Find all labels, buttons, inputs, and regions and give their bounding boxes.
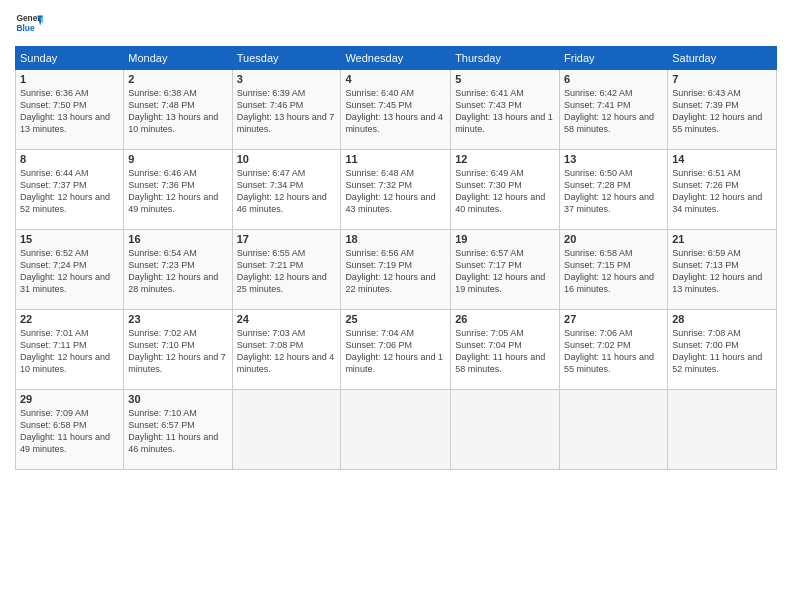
page: General Blue SundayMondayTuesdayWednesda… [0, 0, 792, 480]
day-info: Sunrise: 6:39 AM Sunset: 7:46 PM Dayligh… [237, 87, 337, 136]
calendar-cell: 10Sunrise: 6:47 AM Sunset: 7:34 PM Dayli… [232, 150, 341, 230]
calendar-week-row: 8Sunrise: 6:44 AM Sunset: 7:37 PM Daylig… [16, 150, 777, 230]
calendar-cell: 5Sunrise: 6:41 AM Sunset: 7:43 PM Daylig… [451, 70, 560, 150]
day-number: 27 [564, 313, 663, 325]
day-info: Sunrise: 6:56 AM Sunset: 7:19 PM Dayligh… [345, 247, 446, 296]
day-number: 9 [128, 153, 227, 165]
calendar-cell: 27Sunrise: 7:06 AM Sunset: 7:02 PM Dayli… [560, 310, 668, 390]
day-number: 2 [128, 73, 227, 85]
day-number: 1 [20, 73, 119, 85]
calendar-cell: 24Sunrise: 7:03 AM Sunset: 7:08 PM Dayli… [232, 310, 341, 390]
day-info: Sunrise: 7:02 AM Sunset: 7:10 PM Dayligh… [128, 327, 227, 376]
day-number: 13 [564, 153, 663, 165]
day-number: 8 [20, 153, 119, 165]
day-info: Sunrise: 6:51 AM Sunset: 7:26 PM Dayligh… [672, 167, 772, 216]
calendar-cell: 15Sunrise: 6:52 AM Sunset: 7:24 PM Dayli… [16, 230, 124, 310]
calendar-cell: 28Sunrise: 7:08 AM Sunset: 7:00 PM Dayli… [668, 310, 777, 390]
calendar-week-row: 22Sunrise: 7:01 AM Sunset: 7:11 PM Dayli… [16, 310, 777, 390]
day-info: Sunrise: 6:42 AM Sunset: 7:41 PM Dayligh… [564, 87, 663, 136]
calendar-cell: 8Sunrise: 6:44 AM Sunset: 7:37 PM Daylig… [16, 150, 124, 230]
calendar-cell: 13Sunrise: 6:50 AM Sunset: 7:28 PM Dayli… [560, 150, 668, 230]
calendar-cell: 2Sunrise: 6:38 AM Sunset: 7:48 PM Daylig… [124, 70, 232, 150]
calendar-cell: 18Sunrise: 6:56 AM Sunset: 7:19 PM Dayli… [341, 230, 451, 310]
day-number: 5 [455, 73, 555, 85]
day-info: Sunrise: 6:52 AM Sunset: 7:24 PM Dayligh… [20, 247, 119, 296]
calendar-cell: 1Sunrise: 6:36 AM Sunset: 7:50 PM Daylig… [16, 70, 124, 150]
day-number: 12 [455, 153, 555, 165]
calendar-cell: 9Sunrise: 6:46 AM Sunset: 7:36 PM Daylig… [124, 150, 232, 230]
day-number: 19 [455, 233, 555, 245]
calendar-cell [668, 390, 777, 470]
calendar-cell: 29Sunrise: 7:09 AM Sunset: 6:58 PM Dayli… [16, 390, 124, 470]
day-number: 24 [237, 313, 337, 325]
day-number: 11 [345, 153, 446, 165]
weekday-header: Tuesday [232, 47, 341, 70]
calendar-cell [451, 390, 560, 470]
day-number: 29 [20, 393, 119, 405]
weekday-header: Thursday [451, 47, 560, 70]
calendar-table: SundayMondayTuesdayWednesdayThursdayFrid… [15, 46, 777, 470]
weekday-header-row: SundayMondayTuesdayWednesdayThursdayFrid… [16, 47, 777, 70]
day-info: Sunrise: 6:44 AM Sunset: 7:37 PM Dayligh… [20, 167, 119, 216]
day-info: Sunrise: 6:40 AM Sunset: 7:45 PM Dayligh… [345, 87, 446, 136]
day-info: Sunrise: 6:54 AM Sunset: 7:23 PM Dayligh… [128, 247, 227, 296]
day-number: 28 [672, 313, 772, 325]
day-number: 6 [564, 73, 663, 85]
day-number: 10 [237, 153, 337, 165]
day-info: Sunrise: 7:08 AM Sunset: 7:00 PM Dayligh… [672, 327, 772, 376]
calendar-cell: 4Sunrise: 6:40 AM Sunset: 7:45 PM Daylig… [341, 70, 451, 150]
calendar-cell [341, 390, 451, 470]
day-number: 14 [672, 153, 772, 165]
calendar-cell: 16Sunrise: 6:54 AM Sunset: 7:23 PM Dayli… [124, 230, 232, 310]
day-info: Sunrise: 6:57 AM Sunset: 7:17 PM Dayligh… [455, 247, 555, 296]
svg-text:Blue: Blue [16, 23, 34, 33]
calendar-cell: 3Sunrise: 6:39 AM Sunset: 7:46 PM Daylig… [232, 70, 341, 150]
calendar-week-row: 29Sunrise: 7:09 AM Sunset: 6:58 PM Dayli… [16, 390, 777, 470]
day-info: Sunrise: 7:10 AM Sunset: 6:57 PM Dayligh… [128, 407, 227, 456]
day-info: Sunrise: 6:55 AM Sunset: 7:21 PM Dayligh… [237, 247, 337, 296]
day-number: 20 [564, 233, 663, 245]
day-info: Sunrise: 6:50 AM Sunset: 7:28 PM Dayligh… [564, 167, 663, 216]
calendar-cell: 7Sunrise: 6:43 AM Sunset: 7:39 PM Daylig… [668, 70, 777, 150]
day-number: 30 [128, 393, 227, 405]
day-info: Sunrise: 7:05 AM Sunset: 7:04 PM Dayligh… [455, 327, 555, 376]
day-info: Sunrise: 6:48 AM Sunset: 7:32 PM Dayligh… [345, 167, 446, 216]
day-info: Sunrise: 6:36 AM Sunset: 7:50 PM Dayligh… [20, 87, 119, 136]
calendar-cell: 17Sunrise: 6:55 AM Sunset: 7:21 PM Dayli… [232, 230, 341, 310]
calendar-cell: 22Sunrise: 7:01 AM Sunset: 7:11 PM Dayli… [16, 310, 124, 390]
weekday-header: Friday [560, 47, 668, 70]
weekday-header: Monday [124, 47, 232, 70]
day-info: Sunrise: 6:46 AM Sunset: 7:36 PM Dayligh… [128, 167, 227, 216]
calendar-cell: 19Sunrise: 6:57 AM Sunset: 7:17 PM Dayli… [451, 230, 560, 310]
day-info: Sunrise: 7:03 AM Sunset: 7:08 PM Dayligh… [237, 327, 337, 376]
logo-icon: General Blue [15, 10, 43, 38]
calendar-cell: 23Sunrise: 7:02 AM Sunset: 7:10 PM Dayli… [124, 310, 232, 390]
day-number: 15 [20, 233, 119, 245]
calendar-week-row: 1Sunrise: 6:36 AM Sunset: 7:50 PM Daylig… [16, 70, 777, 150]
day-info: Sunrise: 7:06 AM Sunset: 7:02 PM Dayligh… [564, 327, 663, 376]
calendar-cell: 6Sunrise: 6:42 AM Sunset: 7:41 PM Daylig… [560, 70, 668, 150]
day-info: Sunrise: 7:04 AM Sunset: 7:06 PM Dayligh… [345, 327, 446, 376]
header: General Blue [15, 10, 777, 38]
logo: General Blue [15, 10, 43, 38]
calendar-cell: 26Sunrise: 7:05 AM Sunset: 7:04 PM Dayli… [451, 310, 560, 390]
calendar-cell: 25Sunrise: 7:04 AM Sunset: 7:06 PM Dayli… [341, 310, 451, 390]
weekday-header: Saturday [668, 47, 777, 70]
calendar-cell [232, 390, 341, 470]
calendar-cell: 21Sunrise: 6:59 AM Sunset: 7:13 PM Dayli… [668, 230, 777, 310]
day-info: Sunrise: 6:43 AM Sunset: 7:39 PM Dayligh… [672, 87, 772, 136]
day-info: Sunrise: 6:41 AM Sunset: 7:43 PM Dayligh… [455, 87, 555, 136]
calendar-week-row: 15Sunrise: 6:52 AM Sunset: 7:24 PM Dayli… [16, 230, 777, 310]
calendar-cell [560, 390, 668, 470]
day-info: Sunrise: 6:38 AM Sunset: 7:48 PM Dayligh… [128, 87, 227, 136]
day-number: 25 [345, 313, 446, 325]
weekday-header: Wednesday [341, 47, 451, 70]
day-number: 23 [128, 313, 227, 325]
day-info: Sunrise: 7:01 AM Sunset: 7:11 PM Dayligh… [20, 327, 119, 376]
day-info: Sunrise: 6:47 AM Sunset: 7:34 PM Dayligh… [237, 167, 337, 216]
day-number: 21 [672, 233, 772, 245]
calendar-cell: 30Sunrise: 7:10 AM Sunset: 6:57 PM Dayli… [124, 390, 232, 470]
calendar-cell: 11Sunrise: 6:48 AM Sunset: 7:32 PM Dayli… [341, 150, 451, 230]
weekday-header: Sunday [16, 47, 124, 70]
calendar-cell: 14Sunrise: 6:51 AM Sunset: 7:26 PM Dayli… [668, 150, 777, 230]
